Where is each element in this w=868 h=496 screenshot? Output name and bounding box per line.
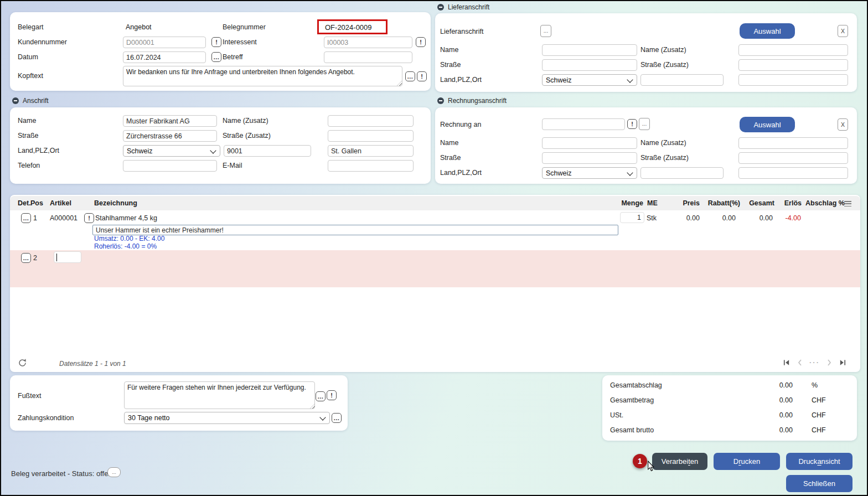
anschrift-strasse-input[interactable] (123, 130, 217, 142)
liefer-name-input[interactable] (542, 44, 637, 56)
row1-bezeichnung: Stahlhammer 4,5 kg (95, 214, 157, 222)
liefer-strasse-zusatz-input[interactable] (738, 59, 848, 71)
rechnung-an-input[interactable] (542, 118, 625, 130)
col-det[interactable]: Det. (18, 199, 31, 207)
row2-detail-ellipsis-icon[interactable]: ... (21, 253, 31, 263)
lieferanschrift-clear-button[interactable]: X (838, 25, 848, 37)
rechnung-plz-input[interactable] (640, 167, 724, 179)
interessent-warning-icon[interactable]: ! (416, 37, 426, 47)
col-bezeichnung[interactable]: Bezeichnung (94, 199, 137, 207)
verarbeiten-button[interactable]: Verarbeiten (652, 453, 707, 470)
col-rabatt[interactable]: Rabatt(%) (708, 199, 740, 207)
liefer-ort-input[interactable] (738, 74, 848, 86)
row1-detail-ellipsis-icon[interactable]: ... (21, 213, 31, 223)
table-menu-icon[interactable] (844, 200, 851, 208)
anschrift-telefon-input[interactable] (123, 160, 217, 172)
datum-input[interactable] (123, 51, 206, 63)
liefer-land-select[interactable]: Schweiz (542, 74, 637, 86)
fusstext-warning-icon[interactable]: ! (327, 390, 337, 400)
status-ellipsis-button[interactable]: ... (107, 467, 121, 477)
anschrift-ort-input[interactable] (328, 145, 414, 157)
anschrift-name-input[interactable] (123, 115, 217, 127)
chevron-down-icon (627, 76, 633, 82)
datum-ellipsis-icon[interactable]: ... (211, 52, 221, 62)
table-row-highlighted[interactable] (10, 250, 860, 287)
row2-artikel-input[interactable] (54, 251, 81, 263)
rechnung-strasse-label: Straße (440, 154, 461, 162)
last-page-icon[interactable] (839, 359, 846, 366)
gesamtabschlag-label: Gesamtabschlag (610, 381, 662, 389)
verarbeiten-label: Verarbei (662, 457, 688, 466)
belegart-value: Angebot (126, 23, 152, 31)
collapse-minus-icon[interactable] (437, 97, 444, 104)
col-artikel[interactable]: Artikel (50, 199, 71, 207)
liefer-plz-input[interactable] (640, 74, 724, 86)
row1-menge-input[interactable] (620, 212, 644, 223)
annotation-highlight-box (317, 19, 388, 34)
rechnung-an-ellipsis-button[interactable]: ... (639, 118, 650, 130)
zahlungskondition-value: 30 Tage netto (128, 414, 170, 422)
lieferanschrift-ellipsis-button[interactable]: ... (540, 25, 551, 37)
anschrift-email-input[interactable] (328, 160, 414, 172)
col-erloes[interactable]: Erlös (784, 199, 802, 207)
rechnung-auswahl-button[interactable]: Auswahl (740, 117, 795, 132)
positions-table-card: Det. Pos Artikel Bezeichnung Menge ME Pr… (10, 195, 860, 372)
refresh-icon[interactable] (18, 358, 27, 368)
kundennummer-warning-icon[interactable]: ! (211, 37, 221, 47)
anschrift-land-select[interactable]: Schweiz (123, 145, 220, 157)
col-menge[interactable]: Menge (621, 199, 643, 207)
rechnung-name-input[interactable] (542, 137, 637, 149)
col-preis[interactable]: Preis (683, 199, 700, 207)
fusstext-label: Fußtext (18, 392, 41, 400)
interessent-input[interactable] (324, 37, 412, 48)
rechnung-land-value: Schweiz (546, 169, 572, 177)
drucken-button[interactable]: Drucken (714, 453, 780, 470)
fusstext-ellipsis-icon[interactable]: ... (316, 391, 326, 401)
row1-me: Stk (647, 214, 657, 222)
rechnung-an-label: Rechnung an (440, 121, 481, 128)
liefer-name-zusatz-input[interactable] (738, 44, 848, 56)
rechnung-land-select[interactable]: Schweiz (542, 167, 637, 179)
druckansicht-button[interactable]: Druckansicht (786, 453, 852, 470)
zahlungskondition-ellipsis-icon[interactable]: ... (332, 413, 342, 423)
rechnung-an-warning-icon[interactable]: ! (627, 119, 637, 129)
kundennummer-label: Kundennummer (18, 38, 67, 46)
rechnungsanschrift-section-header: Rechnungsanschrift (437, 97, 507, 105)
rechnung-name-label: Name (440, 139, 458, 147)
rechnung-strasse-input[interactable] (542, 152, 637, 164)
anschrift-strasse-zusatz-input[interactable] (328, 130, 414, 142)
col-pos[interactable]: Pos (30, 199, 43, 207)
first-page-icon[interactable] (783, 359, 790, 366)
anschrift-strasse-label: Straße (18, 132, 39, 140)
rechnungsanschrift-card: Rechnung an ! ... Auswahl X Name Name (Z… (435, 107, 857, 184)
col-gesamt[interactable]: Gesamt (749, 199, 774, 207)
rechnung-ort-input[interactable] (738, 167, 848, 179)
fusstext-textarea[interactable]: Für weitere Fragen stehen wir Ihnen jede… (124, 381, 315, 409)
rechnung-clear-button[interactable]: X (838, 118, 848, 131)
schliessen-button[interactable]: Schließen (786, 475, 852, 492)
collapse-minus-icon[interactable] (437, 4, 444, 11)
row1-beschreibung-input[interactable] (92, 225, 618, 235)
anschrift-name-zusatz-input[interactable] (328, 115, 414, 127)
row1-warning-icon[interactable]: ! (84, 213, 94, 223)
liefer-strasse-input[interactable] (542, 59, 637, 71)
rechnung-name-zusatz-label: Name (Zusatz) (640, 139, 686, 147)
kopftext-warning-icon[interactable]: ! (417, 71, 427, 81)
previous-page-icon[interactable] (798, 359, 802, 366)
collapse-minus-icon[interactable] (12, 97, 19, 104)
zahlungskondition-select[interactable]: 30 Tage netto (124, 412, 330, 424)
rechnungsanschrift-section-title: Rechnungsanschrift (448, 97, 507, 105)
kundennummer-input[interactable] (123, 37, 206, 48)
rechnung-strasse-zusatz-input[interactable] (738, 152, 848, 164)
col-abschlag[interactable]: Abschlag % (805, 199, 845, 207)
gesamt-brutto-unit: CHF (812, 426, 826, 434)
betreff-input[interactable] (324, 51, 412, 63)
anschrift-strasse-zusatz-label: Straße (Zusatz) (223, 132, 271, 140)
kopftext-textarea[interactable]: Wir bedanken uns für Ihre Anfrage und un… (123, 66, 402, 86)
lieferanschrift-auswahl-button[interactable]: Auswahl (740, 23, 795, 39)
anschrift-plz-input[interactable] (224, 145, 311, 157)
kopftext-ellipsis-icon[interactable]: ... (405, 71, 415, 81)
col-me[interactable]: ME (647, 199, 658, 207)
rechnung-name-zusatz-input[interactable] (738, 137, 848, 149)
next-page-icon[interactable] (827, 359, 831, 366)
